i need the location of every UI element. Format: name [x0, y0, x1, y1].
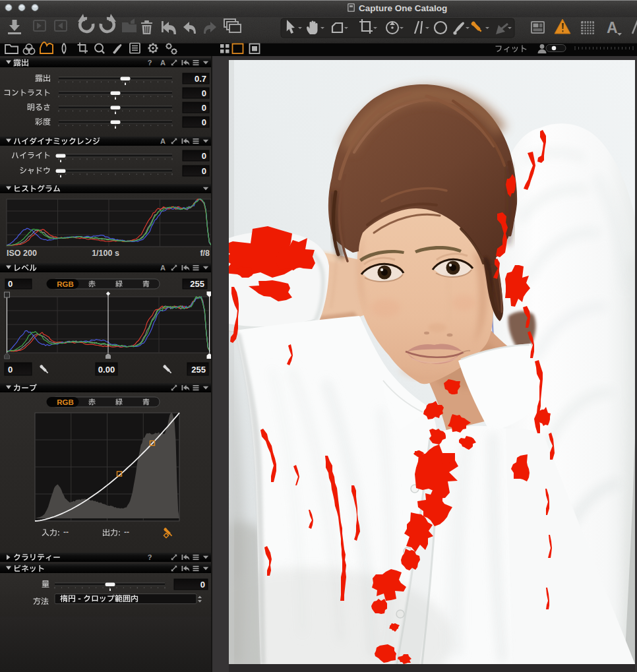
svg-text:RGB: RGB [57, 398, 74, 406]
svg-text:0: 0 [202, 88, 206, 98]
svg-text:1/100 s: 1/100 s [92, 249, 119, 258]
svg-text:0: 0 [202, 103, 206, 113]
svg-text:?: ? [148, 553, 152, 561]
svg-text:A: A [607, 19, 618, 36]
svg-text:0: 0 [202, 117, 206, 127]
svg-text:0.00: 0.00 [98, 365, 115, 375]
svg-text:Capture One Catalog: Capture One Catalog [359, 3, 447, 13]
svg-text:A: A [160, 59, 166, 67]
svg-text:A: A [160, 137, 166, 145]
svg-text:255: 255 [190, 279, 204, 289]
svg-text:--: -- [124, 528, 129, 537]
svg-text:f/8: f/8 [200, 249, 210, 258]
svg-text:0.7: 0.7 [195, 74, 206, 84]
svg-text:?: ? [148, 59, 152, 67]
svg-text:255: 255 [191, 365, 206, 375]
svg-text:--: -- [63, 528, 69, 537]
svg-text:0: 0 [8, 279, 13, 289]
svg-text:0: 0 [8, 365, 13, 375]
svg-text:ISO 200: ISO 200 [7, 249, 37, 258]
svg-text:0: 0 [202, 151, 206, 161]
svg-text:0: 0 [200, 580, 205, 590]
svg-text:0: 0 [202, 166, 206, 176]
svg-text:A: A [160, 264, 166, 272]
svg-text:RGB: RGB [57, 280, 74, 288]
